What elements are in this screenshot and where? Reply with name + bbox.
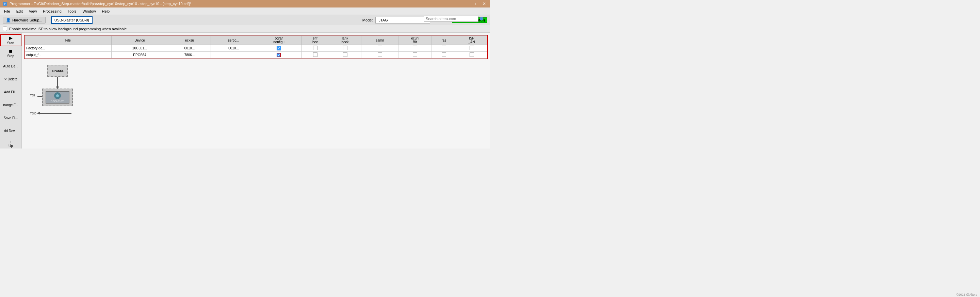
checkbox-empty-icon[interactable] <box>378 53 382 57</box>
menu-file[interactable]: File <box>2 8 13 14</box>
menu-help[interactable]: Help <box>99 8 113 14</box>
delete-label: ✕ Delete <box>4 77 18 81</box>
menu-window[interactable]: Window <box>80 8 98 14</box>
row2-program[interactable]: ✓ <box>256 52 301 59</box>
tdo-label: TDO <box>30 112 37 115</box>
up-icon: ↑ <box>10 140 11 144</box>
col-blank-check: lankheck <box>329 36 361 45</box>
row1-blank[interactable] <box>329 45 361 52</box>
close-button[interactable]: ✕ <box>481 1 487 6</box>
table-row: output_f... EPCS64 7806... ✓ <box>25 52 487 59</box>
change-file-button[interactable]: nange F... <box>0 99 21 111</box>
maximize-button[interactable]: □ <box>474 1 480 6</box>
auto-detect-button[interactable]: Auto De... <box>0 60 21 72</box>
row2-usercode <box>211 52 256 59</box>
tdo-line <box>37 113 72 114</box>
sidebar: ▶ Start ◼ Stop Auto De... ✕ Delete Add F… <box>0 33 22 148</box>
menu-view[interactable]: View <box>26 8 40 14</box>
stop-icon: ◼ <box>9 48 13 53</box>
col-usercode: serco... <box>211 36 256 45</box>
checkbox-empty-icon[interactable] <box>469 53 474 57</box>
start-label: Start <box>7 41 14 45</box>
row1-examine[interactable] <box>361 45 398 52</box>
hardware-setup-button[interactable]: 👤 Hardware Setup... <box>3 17 46 24</box>
programmer-table-area: File Device ecksu serco... ograrnonfigu … <box>24 35 488 59</box>
row2-security[interactable] <box>398 52 431 59</box>
start-button[interactable]: ▶ Start <box>0 34 21 46</box>
search-bar <box>424 15 483 22</box>
hardware-setup-row: 👤 Hardware Setup... USB-Blaster [USB-0] … <box>0 15 490 25</box>
col-program: ograrnonfigu <box>256 36 301 45</box>
row1-usercode: 0010... <box>211 45 256 52</box>
tdi-label: TDI <box>30 94 35 97</box>
search-input[interactable] <box>424 16 479 22</box>
cyclone10-chip-inner: 10CL016Y <box>46 91 69 104</box>
row2-blank[interactable] <box>329 52 361 59</box>
row1-verify[interactable] <box>301 45 329 52</box>
row2-erase[interactable] <box>431 52 456 59</box>
menu-tools[interactable]: Tools <box>65 8 79 14</box>
isp-row: Enable real-time ISP to allow background… <box>0 25 490 33</box>
auto-detect-label: Auto De... <box>3 64 18 68</box>
checkbox-empty-icon[interactable] <box>413 46 417 50</box>
checkbox-empty-icon[interactable] <box>313 46 318 50</box>
add-device-button[interactable]: dd Dev... <box>0 125 21 137</box>
checkbox-empty-icon[interactable] <box>343 53 347 57</box>
save-file-label: Save Fi... <box>3 116 18 120</box>
title-bar-controls: ─ □ ✕ <box>466 1 487 6</box>
checkbox-empty-icon[interactable] <box>469 46 474 50</box>
menu-edit[interactable]: Edit <box>14 8 25 14</box>
row1-isp[interactable] <box>456 45 487 52</box>
stop-button[interactable]: ◼ Stop <box>0 47 21 59</box>
row2-checksum: 7806... <box>168 52 211 59</box>
content-area: File Device ecksu serco... ograrnonfigu … <box>22 33 490 148</box>
start-icon: ▶ <box>9 35 13 40</box>
row2-isp[interactable] <box>456 52 487 59</box>
mode-label: Mode: <box>363 18 373 22</box>
checkbox-empty-icon[interactable] <box>343 46 347 50</box>
menu-processing[interactable]: Processing <box>40 8 64 14</box>
usb-blaster-display: USB-Blaster [USB-0] <box>51 16 92 24</box>
checkbox-empty-icon[interactable] <box>313 53 318 57</box>
isp-label[interactable]: Enable real-time ISP to allow background… <box>9 27 127 31</box>
col-security: ecuriBit <box>398 36 431 45</box>
row2-examine[interactable] <box>361 52 398 59</box>
mode-select[interactable]: JTAG Active Serial Programming Passive S… <box>375 17 430 24</box>
up-label: Up <box>8 144 13 148</box>
checkbox-empty-icon[interactable] <box>442 53 446 57</box>
minimize-button[interactable]: ─ <box>466 1 472 6</box>
up-button[interactable]: ↑ Up <box>0 137 21 148</box>
isp-checkbox[interactable] <box>3 27 7 31</box>
delete-button[interactable]: ✕ Delete <box>0 73 21 85</box>
epcs64-label: EPCS64 <box>52 69 64 73</box>
checkbox-checked-selected-icon[interactable]: ✓ <box>277 53 281 57</box>
row1-security[interactable] <box>398 45 431 52</box>
checkbox-empty-icon[interactable] <box>378 46 382 50</box>
col-file: File <box>25 36 111 45</box>
stop-label: Stop <box>7 54 14 58</box>
change-file-label: nange F... <box>3 103 18 107</box>
app-icon: P <box>3 2 8 6</box>
add-file-button[interactable]: Add Fil... <box>0 86 21 98</box>
table-row: Factory de... 10CL01... 0010... 0010... … <box>25 45 487 52</box>
row1-program[interactable]: ✓ <box>256 45 301 52</box>
title-bar: P Programmer - E:/Git/Reindeer_Step-mast… <box>0 0 490 8</box>
diagram-canvas: EPCS64 10CL016Y TDI <box>29 65 97 119</box>
hw-icon: 👤 <box>6 18 11 22</box>
row2-verify[interactable] <box>301 52 329 59</box>
svg-text:P: P <box>4 2 6 5</box>
add-device-label: dd Dev... <box>4 129 18 133</box>
col-verify: erifhec <box>301 36 329 45</box>
add-file-label: Add Fil... <box>4 90 18 94</box>
checkbox-checked-icon[interactable]: ✓ <box>277 46 281 50</box>
row1-erase[interactable] <box>431 45 456 52</box>
save-file-button[interactable]: Save Fi... <box>0 112 21 124</box>
col-erase: ras <box>431 36 456 45</box>
checkbox-empty-icon[interactable] <box>413 53 417 57</box>
cyclone10-chip: 10CL016Y <box>42 89 73 106</box>
checkbox-empty-icon[interactable] <box>442 46 446 50</box>
tdi-arrow <box>37 96 42 97</box>
tdo-arrow-head <box>37 112 40 115</box>
usb-blaster-text: USB-Blaster [USB-0] <box>54 18 89 22</box>
row1-device: 10CL01... <box>111 45 168 52</box>
